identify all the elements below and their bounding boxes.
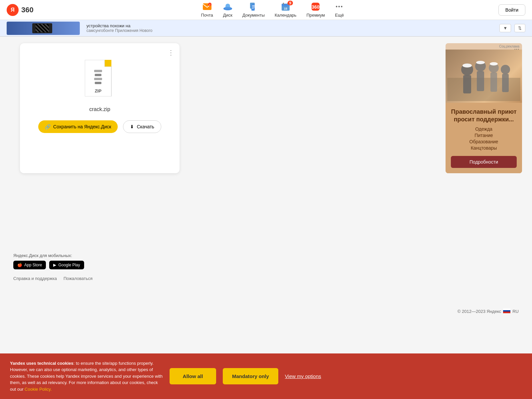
svg-point-38 [490, 62, 498, 66]
svg-rect-23 [94, 78, 102, 80]
file-card-area: ⋮ ZIP cra [7, 43, 446, 173]
nav-item-premium[interactable]: 360 Премиум [307, 2, 325, 18]
svg-rect-12 [282, 5, 290, 6]
ad-source-label: Соц.реклама [446, 43, 522, 50]
svg-rect-42 [503, 312, 510, 313]
nav-item-calendar[interactable]: 15 9 Календарь [275, 2, 297, 18]
svg-rect-31 [477, 71, 484, 91]
svg-rect-8 [252, 7, 255, 7]
toolbar-bar: устройства похожи на самсунгобонте Прило… [0, 20, 532, 37]
download-button[interactable]: ⬇ Скачать [123, 120, 161, 133]
main-nav: ! Почта Диск [47, 2, 498, 18]
svg-rect-22 [95, 74, 101, 76]
yandex-logo-icon: Я [7, 4, 19, 16]
nav-premium-label: Премиум [307, 13, 325, 18]
disk-icon [223, 2, 232, 11]
svg-marker-20 [105, 60, 111, 66]
ad-title: Православный приют просит поддержки... [451, 108, 517, 124]
ad-details-button[interactable]: Подробности [451, 156, 517, 168]
ad-list-item: Одежда [451, 126, 517, 132]
file-card-menu-icon[interactable]: ⋮ [168, 49, 174, 57]
toolbar-sort-btn[interactable]: ⇅ [514, 24, 525, 32]
logo-area[interactable]: Я 360 [7, 4, 34, 16]
main-content: ⋮ ZIP cra [0, 37, 532, 180]
toolbar-text: устройства похожи на самсунгобонте Прило… [83, 23, 496, 33]
app-store-badge[interactable]: 🍎 App Store [13, 261, 46, 269]
ad-list: Одежда Питание Образование Канцтовары [451, 126, 517, 151]
nav-item-more[interactable]: ••• Ещё [335, 2, 344, 18]
svg-text:ZIP: ZIP [95, 88, 102, 93]
nav-item-mail[interactable]: ! Почта [201, 2, 213, 18]
allow-all-button[interactable]: Allow all [170, 368, 216, 384]
nav-mail-label: Почта [201, 13, 213, 18]
nav-item-docs[interactable]: Документы [242, 2, 265, 18]
ad-list-item: Питание [451, 133, 517, 138]
svg-rect-29 [463, 75, 471, 93]
docs-icon [249, 2, 258, 11]
svg-rect-7 [252, 5, 255, 6]
svg-rect-9 [252, 8, 254, 9]
svg-rect-24 [95, 82, 101, 84]
toolbar-image-preview [7, 22, 80, 35]
download-icon: ⬇ [130, 124, 134, 129]
filename-text: crack.zip [89, 106, 110, 112]
google-play-icon: ▶ [53, 263, 56, 267]
svg-rect-13 [283, 3, 284, 5]
svg-rect-41 [503, 310, 510, 312]
header: Я 360 ! Почта [0, 0, 532, 20]
save-disk-icon: 🔗 [45, 124, 51, 129]
file-actions: 🔗 Сохранить на Яндекс.Диск ⬇ Скачать [38, 120, 161, 133]
ad-people-svg [447, 51, 520, 101]
mandatory-only-button[interactable]: Mandatory only [223, 368, 278, 384]
copyright-text: © 2012—2023 Яндекс [458, 309, 501, 314]
mail-icon: ! [202, 2, 212, 11]
svg-point-34 [501, 65, 510, 74]
footer-store-badges: 🍎 App Store ▶ Google Play [13, 261, 519, 269]
svg-text:15: 15 [284, 7, 287, 10]
cookie-policy-link[interactable]: Cookie Policy. [25, 387, 52, 392]
ad-list-item: Канцтовары [451, 145, 517, 151]
cookie-bold-text: Yandex uses technical cookies [10, 361, 73, 366]
file-card: ⋮ ZIP cra [20, 43, 180, 173]
svg-rect-35 [502, 74, 509, 92]
svg-text:!: ! [209, 3, 210, 6]
nav-more-label: Ещё [335, 13, 344, 18]
login-button[interactable]: Войти [498, 4, 525, 16]
right-sidebar: Соц.реклама ⋯ [446, 43, 525, 173]
ad-photo [446, 50, 522, 103]
toolbar-filter-btn[interactable]: ▼ [499, 24, 511, 32]
toolbar-actions: ▼ ⇅ [499, 24, 525, 32]
cookie-text: Yandex uses technical cookies: to ensure… [10, 360, 163, 393]
nav-disk-label: Диск [223, 13, 232, 18]
apple-icon: 🍎 [17, 263, 22, 267]
calendar-icon: 15 9 [281, 2, 290, 11]
footer-support-link[interactable]: Справка и поддержка [13, 276, 57, 281]
ru-flag [503, 309, 510, 314]
file-icon-wrap: ZIP [85, 60, 115, 98]
premium-icon: 360 [311, 2, 320, 11]
ad-body: Православный приют просит поддержки... О… [446, 103, 522, 173]
more-icon: ••• [335, 2, 344, 11]
view-options-button[interactable]: View my options [285, 373, 321, 379]
ad-list-item: Образование [451, 139, 517, 144]
nav-docs-label: Документы [242, 13, 265, 18]
nav-calendar-label: Календарь [275, 13, 297, 18]
ad-card: Соц.реклама ⋯ [446, 43, 522, 173]
svg-rect-21 [94, 70, 102, 72]
footer-right: © 2012—2023 Яндекс RU [458, 309, 519, 314]
save-to-disk-button[interactable]: 🔗 Сохранить на Яндекс.Диск [38, 120, 118, 133]
calendar-badge: 9 [288, 1, 293, 5]
google-play-badge[interactable]: ▶ Google Play [49, 261, 84, 269]
footer-links: Справка и поддержка Пожаловаться [13, 276, 519, 281]
cookie-banner: Yandex uses technical cookies: to ensure… [0, 353, 532, 399]
zip-file-icon: ZIP [85, 60, 115, 96]
svg-rect-40 [503, 309, 510, 310]
svg-rect-33 [490, 72, 497, 92]
nav-item-disk[interactable]: Диск [223, 2, 232, 18]
footer-mobile-label: Яндекс.Диск для мобильных: [13, 253, 519, 258]
logo-360-text: 360 [21, 6, 34, 14]
footer-report-link[interactable]: Пожаловаться [64, 276, 92, 281]
svg-point-4 [223, 7, 232, 10]
svg-text:360: 360 [312, 4, 320, 10]
footer-area: Яндекс.Диск для мобильных: 🍎 App Store ▶… [0, 246, 532, 321]
